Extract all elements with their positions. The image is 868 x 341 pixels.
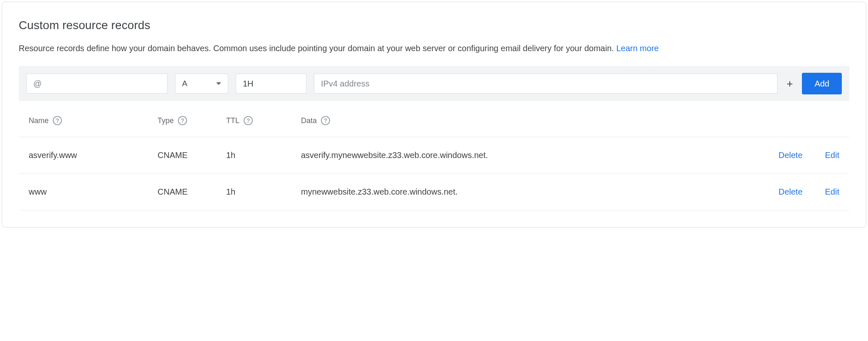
data-input[interactable] [314,74,777,94]
edit-button[interactable]: Edit [825,151,839,160]
type-select-value: A [182,79,187,88]
learn-more-link[interactable]: Learn more [616,44,658,53]
description: Resource records define how your domain … [19,42,849,54]
dns-records-card: Custom resource records Resource records… [2,2,866,227]
name-input[interactable] [26,74,168,94]
delete-button[interactable]: Delete [779,187,803,197]
add-record-bar: A + Add [19,66,849,101]
table-header: Name ? Type ? TTL ? Data ? [19,104,849,137]
records-table: Name ? Type ? TTL ? Data ? asverify.www … [19,104,849,210]
cell-data: asverify.mynewwebsite.z33.web.core.windo… [301,151,779,160]
help-icon[interactable]: ? [244,116,253,125]
col-header-data: Data [301,116,317,125]
ttl-input[interactable] [236,74,306,94]
col-header-ttl: TTL [226,116,239,125]
description-text: Resource records define how your domain … [19,44,614,53]
type-select[interactable]: A [175,74,228,94]
cell-type: CNAME [158,151,226,160]
cell-ttl: 1h [226,151,301,160]
col-header-name: Name [29,116,49,125]
page-title: Custom resource records [19,19,849,32]
edit-button[interactable]: Edit [825,187,839,197]
chevron-down-icon [216,82,221,85]
help-icon[interactable]: ? [321,116,330,125]
table-row: asverify.www CNAME 1h asverify.mynewwebs… [19,137,849,174]
cell-data: mynewwebsite.z33.web.core.windows.net. [301,187,779,197]
help-icon[interactable]: ? [53,116,62,125]
add-button[interactable]: Add [802,73,842,94]
col-header-type: Type [158,116,174,125]
cell-name: asverify.www [29,151,158,160]
delete-button[interactable]: Delete [779,151,803,160]
cell-ttl: 1h [226,187,301,197]
cell-type: CNAME [158,187,226,197]
plus-icon[interactable]: + [785,77,794,90]
cell-name: www [29,187,158,197]
help-icon[interactable]: ? [178,116,187,125]
table-row: www CNAME 1h mynewwebsite.z33.web.core.w… [19,174,849,210]
